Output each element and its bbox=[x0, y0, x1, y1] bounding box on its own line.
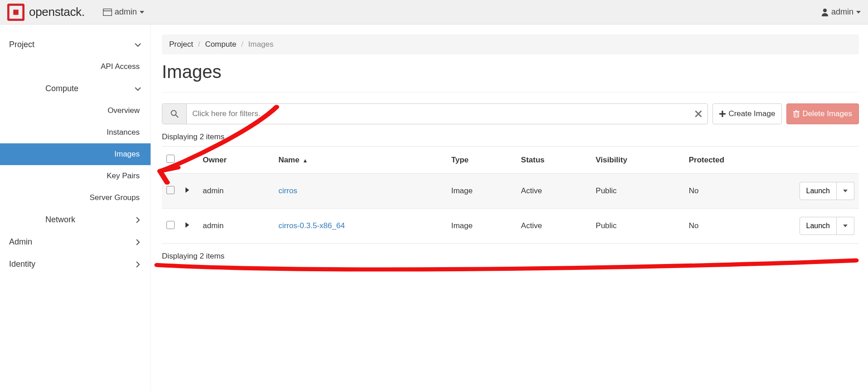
display-count-top: Displaying 2 items bbox=[162, 132, 859, 142]
sidebar-item-network[interactable]: Network bbox=[0, 209, 151, 231]
table-row: admin cirros Image Active Public No Laun… bbox=[162, 174, 859, 209]
sidebar-item-overview[interactable]: Overview bbox=[0, 100, 151, 122]
button-label: Launch bbox=[806, 187, 830, 195]
page-title: Images bbox=[162, 62, 859, 93]
column-header-label: Name bbox=[278, 156, 299, 164]
chevron-down-icon bbox=[134, 85, 141, 93]
filter-box bbox=[162, 103, 708, 124]
expand-row-icon[interactable] bbox=[185, 187, 190, 193]
sidebar-item-label: Key Pairs bbox=[107, 171, 140, 181]
cell-visibility: Public bbox=[591, 209, 684, 244]
button-label: Create Image bbox=[728, 109, 775, 118]
sidebar-item-label: Compute bbox=[45, 84, 78, 93]
column-header-owner[interactable]: Owner bbox=[198, 147, 274, 174]
breadcrumb: Project / Compute / Images bbox=[162, 34, 859, 54]
project-selector-label: admin bbox=[115, 7, 137, 17]
sidebar-item-server-groups[interactable]: Server Groups bbox=[0, 187, 151, 209]
row-checkbox[interactable] bbox=[166, 186, 175, 194]
brand-text: openstack. bbox=[29, 5, 85, 19]
breadcrumb-separator: / bbox=[195, 40, 203, 49]
cell-owner: admin bbox=[198, 174, 274, 209]
user-icon bbox=[821, 8, 829, 16]
table-row: admin cirros-0.3.5-x86_64 Image Active P… bbox=[162, 209, 859, 244]
caret-down-icon bbox=[856, 11, 861, 14]
sidebar: Project API Access Compute Overview Inst… bbox=[0, 24, 151, 391]
breadcrumb-item: Images bbox=[248, 40, 273, 49]
plus-icon bbox=[719, 111, 726, 117]
image-name-link[interactable]: cirros bbox=[278, 186, 297, 195]
trash-icon bbox=[793, 110, 800, 117]
search-icon bbox=[171, 110, 179, 118]
sort-asc-icon: ▲ bbox=[302, 157, 308, 164]
breadcrumb-item[interactable]: Project bbox=[169, 40, 193, 49]
display-count-bottom: Displaying 2 items bbox=[162, 252, 859, 261]
sidebar-item-label: API Access bbox=[101, 62, 140, 71]
image-name-link[interactable]: cirros-0.3.5-x86_64 bbox=[278, 221, 345, 230]
launch-button[interactable]: Launch bbox=[800, 182, 837, 200]
cell-owner: admin bbox=[198, 209, 274, 244]
user-menu-label: admin bbox=[831, 7, 853, 17]
chevron-right-icon bbox=[134, 239, 141, 246]
close-icon bbox=[695, 111, 702, 117]
sidebar-item-compute[interactable]: Compute bbox=[0, 78, 151, 100]
top-navbar: openstack. admin admin bbox=[0, 0, 868, 24]
create-image-button[interactable]: Create Image bbox=[712, 103, 782, 124]
chevron-right-icon bbox=[134, 261, 141, 268]
sidebar-item-key-pairs[interactable]: Key Pairs bbox=[0, 165, 151, 187]
column-header-name[interactable]: Name ▲ bbox=[274, 147, 447, 174]
sidebar-item-admin[interactable]: Admin bbox=[0, 231, 151, 253]
openstack-logo-icon bbox=[7, 4, 24, 21]
breadcrumb-item[interactable]: Compute bbox=[205, 40, 236, 49]
svg-line-6 bbox=[176, 115, 178, 117]
svg-rect-1 bbox=[13, 10, 18, 15]
breadcrumb-separator: / bbox=[239, 40, 246, 49]
row-actions-dropdown[interactable] bbox=[837, 217, 854, 235]
sidebar-item-label: Overview bbox=[107, 106, 140, 115]
cell-status: Active bbox=[517, 209, 591, 244]
sidebar-item-label: Project bbox=[9, 40, 34, 49]
project-icon bbox=[103, 9, 112, 16]
cell-protected: No bbox=[684, 209, 786, 244]
button-label: Delete Images bbox=[802, 109, 852, 118]
column-header-type[interactable]: Type bbox=[447, 147, 517, 174]
button-label: Launch bbox=[806, 222, 830, 230]
select-all-checkbox[interactable] bbox=[166, 155, 175, 163]
expand-row-icon[interactable] bbox=[185, 222, 190, 228]
sidebar-item-label: Server Groups bbox=[89, 193, 140, 202]
launch-button[interactable]: Launch bbox=[800, 217, 837, 235]
delete-images-button[interactable]: Delete Images bbox=[786, 103, 859, 124]
svg-rect-11 bbox=[794, 112, 799, 117]
sidebar-item-api-access[interactable]: API Access bbox=[0, 56, 151, 78]
brand-logo[interactable]: openstack. bbox=[7, 4, 85, 21]
caret-down-icon bbox=[843, 225, 848, 227]
toolbar: Create Image Delete Images bbox=[162, 103, 859, 124]
sidebar-item-label: Admin bbox=[9, 237, 32, 247]
svg-point-5 bbox=[171, 111, 176, 116]
sidebar-item-label: Identity bbox=[9, 259, 35, 269]
project-selector[interactable]: admin bbox=[103, 7, 144, 17]
row-actions-dropdown[interactable] bbox=[837, 182, 854, 200]
sidebar-item-label: Images bbox=[114, 150, 140, 159]
column-header-status[interactable]: Status bbox=[517, 147, 591, 174]
row-checkbox[interactable] bbox=[166, 221, 175, 229]
column-header-visibility[interactable]: Visibility bbox=[591, 147, 684, 174]
cell-type: Image bbox=[447, 174, 517, 209]
cell-visibility: Public bbox=[591, 174, 684, 209]
column-header-protected[interactable]: Protected bbox=[684, 147, 786, 174]
svg-rect-2 bbox=[103, 9, 112, 15]
sidebar-item-identity[interactable]: Identity bbox=[0, 253, 151, 275]
chevron-right-icon bbox=[134, 216, 141, 224]
chevron-down-icon bbox=[134, 41, 141, 49]
main-panel: Project / Compute / Images Images bbox=[151, 24, 868, 391]
sidebar-item-instances[interactable]: Instances bbox=[0, 122, 151, 143]
sidebar-item-label: Instances bbox=[107, 128, 140, 137]
caret-down-icon bbox=[140, 11, 144, 14]
clear-filter-button[interactable] bbox=[689, 104, 707, 124]
search-button[interactable] bbox=[162, 104, 187, 124]
sidebar-item-label: Network bbox=[45, 215, 75, 225]
sidebar-item-images[interactable]: Images bbox=[0, 143, 151, 165]
user-menu[interactable]: admin bbox=[821, 7, 861, 17]
sidebar-item-project[interactable]: Project bbox=[0, 34, 151, 56]
cell-status: Active bbox=[517, 174, 591, 209]
filter-input[interactable] bbox=[187, 104, 689, 124]
